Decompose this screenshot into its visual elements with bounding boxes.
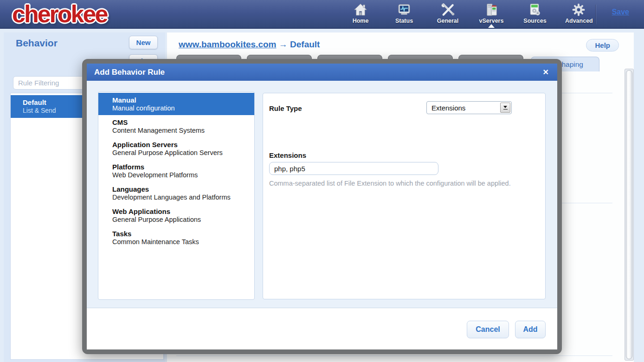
cancel-button[interactable]: Cancel: [467, 321, 509, 338]
category-web-applications[interactable]: Web Applications General Purpose Applica…: [98, 204, 254, 226]
extensions-input[interactable]: [269, 162, 438, 175]
dialog-inner: Add Behavior Rule ✕ Manual Manual config…: [87, 64, 557, 349]
nav-divider: [595, 5, 596, 24]
top-navigation: cherokee Home Status: [0, 0, 644, 29]
rule-category-list: Manual Manual configuration CMS Content …: [98, 91, 255, 300]
dialog-title: Add Behavior Rule: [94, 68, 543, 77]
nav-item-sources[interactable]: Sources: [522, 2, 548, 24]
save-button[interactable]: Save: [612, 8, 629, 16]
gear-icon: [571, 2, 586, 17]
nav-items: Home Status General: [347, 2, 592, 24]
content-divider: [176, 356, 612, 356]
breadcrumb-page: Default: [290, 39, 320, 49]
breadcrumb: www.bambookites.com → Default: [179, 39, 320, 50]
dropdown-button[interactable]: [500, 103, 510, 113]
chevron-down-icon: [503, 106, 507, 108]
nav-item-home[interactable]: Home: [347, 2, 374, 24]
category-manual[interactable]: Manual Manual configuration: [98, 93, 254, 115]
dialog-footer: Cancel Add: [87, 308, 557, 349]
category-languages[interactable]: Languages Development Languages and Plat…: [98, 182, 254, 204]
category-application-servers[interactable]: Application Servers General Purpose Appl…: [98, 137, 254, 160]
category-cms[interactable]: CMS Content Management Systems: [98, 115, 254, 137]
rule-type-selected-value: Extensions: [427, 104, 500, 112]
status-icon: [396, 2, 412, 17]
breadcrumb-arrow: →: [279, 39, 288, 49]
vertical-scrollbar[interactable]: [625, 69, 634, 361]
dialog-body: Manual Manual configuration CMS Content …: [87, 81, 557, 308]
help-button[interactable]: Help: [586, 39, 619, 52]
extensions-help-text: Comma-separated list of File Extension t…: [269, 180, 538, 187]
servers-icon: [483, 2, 499, 17]
rule-type-select[interactable]: Extensions: [426, 101, 512, 114]
breadcrumb-site-link[interactable]: www.bambookites.com: [179, 39, 276, 49]
rule-form-panel: Rule Type Extensions Extensions Comma-se…: [263, 93, 546, 299]
extensions-label: Extensions: [269, 151, 306, 159]
sidebar-title: Behavior: [16, 38, 58, 49]
new-rule-button[interactable]: New: [129, 36, 158, 49]
add-button[interactable]: Add: [515, 321, 546, 338]
scrollbar-thumb[interactable]: [626, 70, 632, 359]
rule-type-label: Rule Type: [269, 104, 302, 112]
cherokee-logo: cherokee: [12, 0, 107, 28]
tools-icon: [440, 2, 456, 17]
nav-item-status[interactable]: Status: [391, 2, 418, 24]
category-platforms[interactable]: Platforms Web Development Platforms: [98, 160, 254, 182]
dialog-titlebar: Add Behavior Rule ✕: [87, 64, 557, 81]
add-behavior-rule-dialog: Add Behavior Rule ✕ Manual Manual config…: [82, 59, 562, 354]
category-tasks[interactable]: Tasks Common Maintenance Tasks: [98, 226, 254, 249]
close-icon[interactable]: ✕: [543, 68, 549, 77]
home-icon: [353, 2, 368, 17]
nav-item-vservers[interactable]: vServers: [478, 2, 505, 24]
selected-tab-indicator: [488, 24, 495, 28]
sources-icon: [527, 2, 543, 17]
dropdown-underline: [503, 109, 508, 110]
nav-item-general[interactable]: General: [434, 2, 461, 24]
nav-item-advanced[interactable]: Advanced: [565, 2, 592, 24]
